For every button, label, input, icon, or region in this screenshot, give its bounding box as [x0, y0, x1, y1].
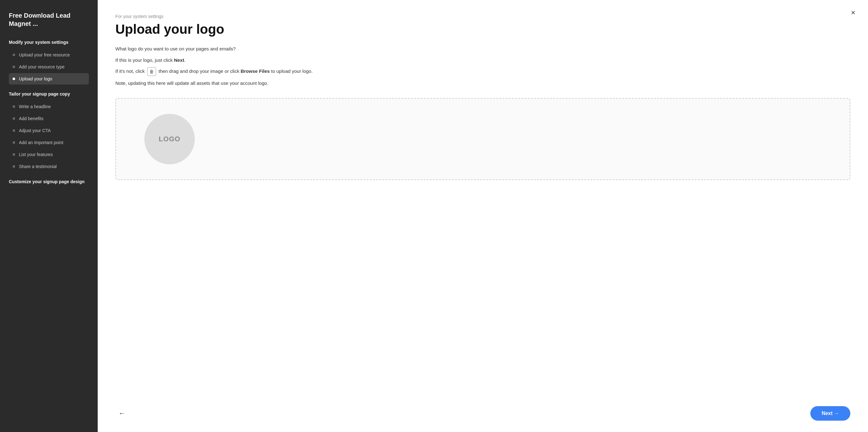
sidebar-item-add-benefits[interactable]: Add benefits — [9, 113, 89, 124]
sidebar-item-label: Add your resource type — [19, 64, 65, 69]
desc-3-bold: Browse Files — [241, 68, 270, 74]
bottom-nav: ← Next → — [115, 401, 850, 421]
sidebar-item-label: Share a testimonial — [19, 164, 57, 169]
desc-2-before: If this is your logo, just click — [115, 57, 174, 63]
sidebar-section-3-label: Customize your signup page design — [9, 179, 89, 184]
sidebar-item-list-features[interactable]: List your features — [9, 149, 89, 160]
main-content: × For your system settings Upload your l… — [98, 0, 868, 432]
trash-icon[interactable]: 🗑 — [147, 67, 156, 76]
sidebar-item-write-headline[interactable]: Write a headline — [9, 101, 89, 112]
logo-upload-area[interactable]: LOGO — [115, 98, 850, 180]
sidebar-item-adjust-cta[interactable]: Adjust your CTA — [9, 125, 89, 136]
next-button[interactable]: Next → — [810, 406, 850, 421]
dot-icon — [12, 117, 15, 120]
desc-3: If it's not, click 🗑 then drag and drop … — [115, 67, 850, 76]
close-button[interactable]: × — [851, 9, 856, 17]
sidebar-item-label: List your features — [19, 152, 53, 157]
sidebar-title: Free Download Lead Magnet ... — [9, 11, 89, 28]
dot-icon — [12, 65, 15, 68]
logo-placeholder: LOGO — [144, 114, 195, 164]
desc-4: Note, updating this here will update all… — [115, 79, 850, 87]
sidebar-section-1-label: Modify your system settings — [9, 40, 89, 45]
desc-2: If this is your logo, just click Next. — [115, 56, 850, 64]
dot-icon — [12, 165, 15, 168]
sidebar-item-share-testimonial[interactable]: Share a testimonial — [9, 161, 89, 172]
dot-icon — [12, 129, 15, 132]
dot-icon — [12, 153, 15, 156]
main-subtitle: For your system settings — [115, 14, 850, 19]
sidebar-item-upload-resource[interactable]: Upload your free resource — [9, 49, 89, 61]
desc-3-after: to upload your logo. — [270, 68, 313, 74]
desc-3-before: If it's not, click — [115, 68, 146, 74]
main-title: Upload your logo — [115, 22, 850, 37]
sidebar-item-label: Upload your free resource — [19, 52, 70, 57]
desc-3-mid: then drag and drop your image or click — [157, 68, 241, 74]
sidebar-item-label: Upload your logo — [19, 76, 52, 81]
sidebar: Free Download Lead Magnet ... Modify you… — [0, 0, 98, 432]
dot-icon — [12, 78, 15, 80]
desc-2-bold: Next — [174, 57, 184, 63]
sidebar-item-label: Adjust your CTA — [19, 128, 51, 133]
sidebar-item-label: Add benefits — [19, 116, 43, 121]
sidebar-item-upload-logo[interactable]: Upload your logo — [9, 73, 89, 85]
desc-2-after: . — [184, 57, 185, 63]
desc-1: What logo do you want to use on your pag… — [115, 45, 850, 53]
dot-icon — [12, 141, 15, 144]
sidebar-item-add-important-point[interactable]: Add an important point — [9, 137, 89, 148]
sidebar-item-label: Write a headline — [19, 104, 51, 109]
back-button[interactable]: ← — [115, 407, 129, 420]
dot-icon — [12, 105, 15, 108]
sidebar-item-label: Add an important point — [19, 140, 63, 145]
sidebar-section-2-label: Tailor your signup page copy — [9, 91, 89, 96]
sidebar-item-add-resource-type[interactable]: Add your resource type — [9, 61, 89, 73]
dot-icon — [12, 54, 15, 56]
